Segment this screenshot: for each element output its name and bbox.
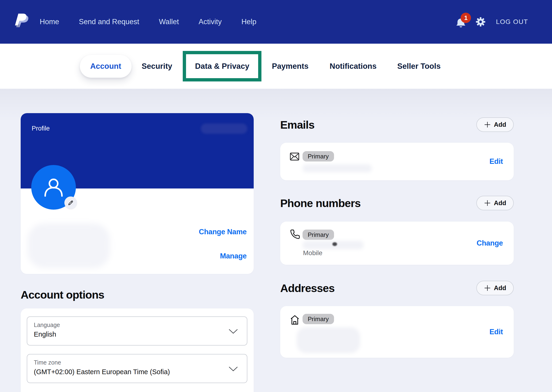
phone-numbers-heading: Phone numbers (280, 197, 361, 210)
profile-card: Profile Change Name Manage (21, 113, 254, 274)
envelope-icon (290, 153, 299, 161)
redacted-account-name (201, 124, 247, 134)
timezone-label: Time zone (34, 359, 61, 366)
timezone-dropdown[interactable]: Time zone (GMT+02:00) Eastern European T… (27, 354, 247, 383)
language-dropdown[interactable]: Language English (27, 316, 247, 345)
change-name-link[interactable]: Change Name (199, 228, 247, 236)
tab-payments[interactable]: Payments (272, 62, 308, 71)
primary-phone-badge: Primary (302, 230, 334, 240)
tab-security[interactable]: Security (142, 62, 172, 71)
language-value: English (34, 330, 56, 338)
email-list-item: Primary Edit (280, 143, 514, 180)
plus-icon (484, 200, 491, 207)
address-list-item: Primary Edit (280, 306, 514, 358)
emails-heading: Emails (280, 118, 315, 131)
tab-data-privacy[interactable]: Data & Privacy (195, 62, 249, 71)
plus-icon (484, 121, 491, 128)
redacted-profile-details (28, 224, 110, 268)
edit-email-link[interactable]: Edit (489, 157, 503, 166)
nav-item-help[interactable]: Help (242, 18, 257, 26)
nav-item-wallet[interactable]: Wallet (159, 18, 179, 26)
emails-header-row: Emails Add (280, 117, 514, 132)
add-phone-button[interactable]: Add (476, 196, 514, 210)
nav-item-activity[interactable]: Activity (199, 18, 222, 26)
redacted-email-address (302, 164, 372, 172)
primary-email-badge: Primary (302, 151, 334, 161)
add-phone-label: Add (494, 200, 506, 207)
home-icon (289, 315, 300, 325)
settings-gear-button[interactable] (476, 17, 486, 27)
annotation-highlight-box: Data & Privacy (183, 51, 261, 81)
nav-item-home[interactable]: Home (40, 18, 59, 26)
phone-type-label: Mobile (303, 249, 322, 257)
chevron-down-icon (229, 366, 238, 372)
gear-icon (476, 17, 486, 27)
chevron-down-icon (229, 329, 238, 334)
pencil-icon (67, 199, 74, 207)
addresses-heading: Addresses (280, 282, 335, 294)
add-email-label: Add (494, 121, 506, 128)
paypal-logo-icon[interactable] (13, 11, 29, 33)
tab-account[interactable]: Account (80, 55, 132, 78)
primary-nav: Home Send and Request Wallet Activity He… (40, 18, 256, 26)
timezone-value: (GMT+02:00) Eastern European Time (Sofia… (34, 368, 170, 376)
notifications-bell-button[interactable]: 1 (455, 15, 466, 29)
addresses-header-row: Addresses Add (280, 281, 514, 295)
manage-link[interactable]: Manage (220, 252, 247, 260)
phones-header-row: Phone numbers Add (280, 196, 514, 210)
redacted-address (297, 327, 360, 353)
plus-icon (484, 285, 491, 292)
user-icon (41, 175, 66, 200)
logout-button[interactable]: LOG OUT (496, 18, 528, 26)
tab-notifications[interactable]: Notifications (330, 62, 377, 71)
edit-avatar-button[interactable] (64, 196, 77, 209)
language-label: Language (34, 322, 60, 328)
add-address-button[interactable]: Add (476, 281, 514, 295)
primary-address-badge: Primary (302, 314, 334, 324)
top-navbar: Home Send and Request Wallet Activity He… (0, 0, 552, 44)
main-content: Profile Change Name Manage Account optio… (0, 89, 552, 392)
account-options-heading: Account options (21, 288, 104, 301)
redaction-smudge (332, 242, 337, 246)
nav-item-send-and-request[interactable]: Send and Request (79, 18, 139, 26)
change-phone-link[interactable]: Change (477, 239, 503, 247)
edit-address-link[interactable]: Edit (489, 328, 503, 336)
add-email-button[interactable]: Add (476, 117, 514, 132)
phone-list-item: Primary Mobile Change (280, 222, 514, 265)
notification-count-badge: 1 (461, 13, 471, 23)
tab-account-label: Account (90, 62, 121, 71)
phone-icon (290, 229, 300, 239)
profile-card-title: Profile (32, 125, 50, 132)
settings-tabbar: Account Security Data & Privacy Payments… (0, 44, 552, 89)
tab-seller-tools[interactable]: Seller Tools (397, 62, 441, 71)
add-address-label: Add (494, 285, 506, 292)
navbar-right-group: 1 LOG OUT (455, 15, 528, 29)
account-options-card: Language English Time zone (GMT+02:00) E… (21, 308, 254, 392)
